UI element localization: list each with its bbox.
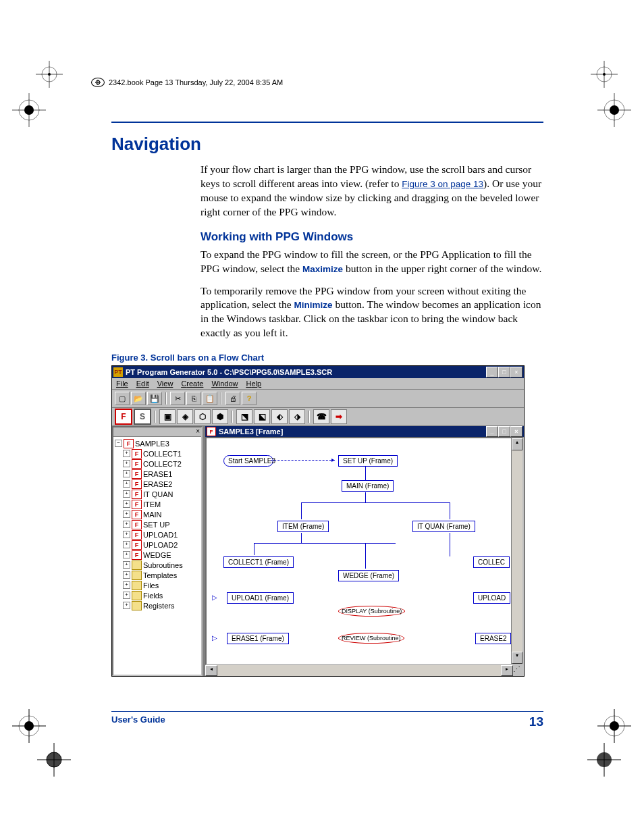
expand-icon[interactable]: + xyxy=(123,561,130,569)
menu-create[interactable]: Create xyxy=(181,380,203,388)
subroutine-tool-icon[interactable]: S xyxy=(134,409,151,425)
expand-icon[interactable]: + xyxy=(123,490,130,498)
canvas-minimize-button[interactable]: _ xyxy=(486,426,498,437)
figure-3-link[interactable]: Figure 3 on page 13 xyxy=(402,179,483,189)
tree-folder[interactable]: +Subroutines xyxy=(115,560,200,570)
tool-icon[interactable]: ⬢ xyxy=(212,409,228,424)
tree-item[interactable]: +FUPLOAD1 xyxy=(115,529,200,540)
wedge-node[interactable]: WEDGE (Frame) xyxy=(338,570,399,581)
canvas-close-button[interactable]: × xyxy=(510,426,522,437)
expand-icon[interactable]: + xyxy=(123,581,130,589)
tool-icon[interactable]: ⬖ xyxy=(271,409,288,424)
tree-item[interactable]: +FERASE2 xyxy=(115,479,200,489)
paragraph-1: If your flow chart is larger than the PP… xyxy=(111,163,543,219)
subheading-working-with-ppg: Working with PPG Windows xyxy=(111,230,543,244)
itquan-node[interactable]: IT QUAN (Frame) xyxy=(412,521,475,532)
scroll-track[interactable] xyxy=(512,450,522,652)
item-node[interactable]: ITEM (Frame) xyxy=(277,521,329,532)
tree-folder[interactable]: +Registers xyxy=(115,600,200,610)
upload2-node[interactable]: UPLOAD xyxy=(473,592,510,604)
erase2-node[interactable]: ERASE2 xyxy=(475,633,511,644)
horizontal-scrollbar[interactable]: ◂ ▸ ⋰ xyxy=(205,665,524,676)
tree-item[interactable]: +FERASE1 xyxy=(115,469,200,479)
scroll-up-icon[interactable]: ▴ xyxy=(512,438,522,450)
collect2-node[interactable]: COLLEC xyxy=(473,556,510,568)
tree-item[interactable]: +FCOLLECT1 xyxy=(115,448,200,459)
frame-icon: F xyxy=(132,520,142,529)
vertical-scrollbar[interactable]: ▴ ▾ xyxy=(511,438,522,664)
tree-close-icon[interactable]: × xyxy=(113,427,201,437)
frame-tool-icon[interactable]: F xyxy=(115,409,132,425)
scroll-track[interactable] xyxy=(217,665,501,676)
connector xyxy=(271,460,335,461)
copy-icon[interactable]: ⎘ xyxy=(186,392,201,405)
tool-icon[interactable]: ☎ xyxy=(313,409,329,424)
cut-icon[interactable]: ✂ xyxy=(170,392,185,405)
tree-item[interactable]: +FIT QUAN xyxy=(115,489,200,499)
open-file-icon[interactable]: 📂 xyxy=(131,392,146,405)
tool-icon[interactable]: ⬗ xyxy=(289,409,305,424)
tool-icon[interactable]: ⬡ xyxy=(194,409,211,424)
tree-item[interactable]: +FWEDGE xyxy=(115,550,200,560)
minimize-button[interactable]: _ xyxy=(486,367,498,377)
display-subroutine-node[interactable]: DISPLAY (Subroutine) xyxy=(338,606,405,617)
scroll-left-icon[interactable]: ◂ xyxy=(205,665,217,676)
ppg-app-window: PT PT Program Generator 5.0 - C:\PSC\PPG… xyxy=(111,365,525,677)
tree-item[interactable]: +FSET UP xyxy=(115,519,200,529)
tool-icon[interactable]: ⬕ xyxy=(254,409,270,424)
collect1-node[interactable]: COLLECT1 (Frame) xyxy=(223,556,294,568)
expand-icon[interactable]: + xyxy=(123,450,130,457)
close-button[interactable]: × xyxy=(510,367,522,377)
tool-icon[interactable]: ◈ xyxy=(177,409,193,424)
resize-grip-icon[interactable]: ⋰ xyxy=(513,665,524,676)
print-icon[interactable]: 🖨 xyxy=(225,392,240,405)
expand-icon[interactable]: + xyxy=(123,521,130,528)
expand-icon[interactable]: + xyxy=(123,460,130,467)
canvas-maximize-button[interactable]: □ xyxy=(498,426,510,437)
expand-icon[interactable]: + xyxy=(123,480,130,488)
review-subroutine-node[interactable]: REVIEW (Subroutine) xyxy=(338,633,404,644)
tree-item[interactable]: +FCOLLECT2 xyxy=(115,459,200,469)
expand-icon[interactable]: + xyxy=(123,602,130,609)
start-node[interactable]: Start SAMPLE3 xyxy=(223,455,273,467)
help-icon[interactable]: ? xyxy=(242,392,257,405)
maximize-button[interactable]: □ xyxy=(498,367,510,377)
crop-mark xyxy=(12,93,39,120)
tree-folder[interactable]: +Fields xyxy=(115,590,200,600)
expand-icon[interactable]: + xyxy=(123,500,130,508)
tree-item[interactable]: +FMAIN xyxy=(115,509,200,519)
expand-icon[interactable]: + xyxy=(123,571,130,579)
main-node[interactable]: MAIN (Frame) xyxy=(342,480,394,492)
tool-icon[interactable]: ⬔ xyxy=(236,409,252,424)
tool-icon[interactable]: ➡ xyxy=(331,409,347,424)
erase1-node[interactable]: ERASE1 (Frame) xyxy=(227,633,289,644)
expand-icon[interactable]: + xyxy=(123,592,130,599)
expand-icon[interactable]: + xyxy=(123,531,130,538)
menu-window[interactable]: Window xyxy=(211,380,238,388)
expand-icon[interactable]: + xyxy=(123,541,130,548)
frame-icon: F xyxy=(132,530,142,540)
new-file-icon[interactable]: ▢ xyxy=(115,392,130,405)
flowchart-canvas[interactable]: Start SAMPLE3 SET UP (Frame) MAIN (Frame… xyxy=(207,438,511,664)
folder-icon xyxy=(132,571,142,580)
menu-file[interactable]: File xyxy=(116,380,128,388)
menu-view[interactable]: View xyxy=(157,380,173,388)
menu-help[interactable]: Help xyxy=(246,380,262,388)
scroll-down-icon[interactable]: ▾ xyxy=(512,652,522,664)
paste-icon[interactable]: 📋 xyxy=(203,392,217,405)
scroll-right-icon[interactable]: ▸ xyxy=(501,665,513,676)
upload1-node[interactable]: UPLOAD1 (Frame) xyxy=(227,592,294,604)
collapse-icon[interactable]: − xyxy=(115,440,122,447)
tree-folder[interactable]: +Templates xyxy=(115,570,200,580)
expand-icon[interactable]: + xyxy=(123,470,130,477)
tool-icon[interactable]: ▣ xyxy=(159,409,176,424)
tree-item[interactable]: +FUPLOAD2 xyxy=(115,540,200,550)
menu-edit[interactable]: Edit xyxy=(136,380,149,388)
tree-item[interactable]: +FITEM xyxy=(115,499,200,509)
save-icon[interactable]: 💾 xyxy=(147,392,162,405)
tree-root[interactable]: − F SAMPLE3 xyxy=(115,438,200,448)
expand-icon[interactable]: + xyxy=(123,511,130,518)
expand-icon[interactable]: + xyxy=(123,551,130,558)
tree-folder[interactable]: +Files xyxy=(115,580,200,590)
setup-node[interactable]: SET UP (Frame) xyxy=(338,455,398,467)
